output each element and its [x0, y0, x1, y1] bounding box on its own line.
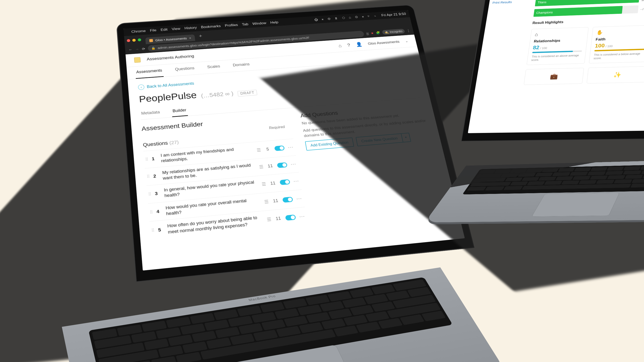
nav-reload-icon[interactable]: ⟳: [142, 47, 145, 51]
tile-title: Faith: [596, 36, 644, 42]
minimize-icon[interactable]: [132, 39, 136, 42]
more-icon[interactable]: ⋯: [293, 178, 300, 185]
question-choice-count: 11: [269, 181, 277, 186]
menu-bookmarks[interactable]: Bookmarks: [201, 24, 221, 29]
questions-heading: Questions: [143, 140, 168, 148]
lock-icon: 🔒: [151, 46, 156, 50]
drag-handle-icon[interactable]: ⠿: [148, 192, 152, 197]
menu-view[interactable]: View: [172, 27, 180, 31]
tab-close-icon[interactable]: ×: [189, 36, 191, 40]
domain-bar: Champions - / 85%: [534, 5, 644, 17]
question-choice-count: 5: [264, 147, 271, 152]
menu-edit[interactable]: Edit: [160, 28, 168, 32]
tab-assessments[interactable]: Assessments: [135, 64, 164, 79]
maximize-icon[interactable]: [138, 38, 141, 41]
tile-title: Relationships: [534, 38, 584, 43]
tab-title: Gloo • Assessments: [155, 36, 187, 42]
menu-profiles[interactable]: Profiles: [224, 23, 238, 28]
list-icon[interactable]: ☰: [266, 217, 272, 223]
questions-count: (27): [169, 139, 179, 145]
sparkle-icon: ✨: [613, 71, 622, 78]
highlight-tile-placeholder[interactable]: 💼: [524, 68, 584, 85]
list-icon[interactable]: ☰: [261, 181, 266, 187]
user-icon[interactable]: 👤: [356, 42, 363, 47]
drag-handle-icon[interactable]: ⠿: [150, 210, 153, 215]
nav-back-icon[interactable]: ←: [128, 48, 132, 51]
highlight-tile-placeholder[interactable]: ✨: [587, 66, 644, 84]
app-title: Assessments Authoring: [146, 54, 194, 61]
app-logo-icon: [134, 57, 141, 63]
print-results-link[interactable]: Print Results: [492, 0, 532, 5]
share-icon[interactable]: ⍐: [366, 32, 369, 35]
favicon-icon: [149, 39, 153, 42]
tile-note: This is considered an above-average scor…: [531, 54, 582, 62]
incognito-badge: 🕵 Incognito: [382, 28, 405, 35]
hand-icon: ✋: [596, 28, 644, 35]
drag-handle-icon[interactable]: ⠿: [145, 157, 148, 162]
tile-note: This is considered a below-average score…: [593, 52, 644, 60]
home-icon[interactable]: ⌂: [338, 43, 342, 48]
drag-handle-icon[interactable]: ⠿: [146, 174, 150, 179]
menu-history[interactable]: History: [184, 25, 197, 30]
tab-questions[interactable]: Questions: [174, 62, 196, 76]
question-choice-count: 11: [266, 163, 274, 169]
required-toggle[interactable]: [277, 162, 287, 168]
close-icon[interactable]: [127, 39, 130, 42]
required-toggle[interactable]: [274, 145, 285, 151]
star-icon[interactable]: ★: [370, 31, 374, 35]
window-controls[interactable]: [127, 38, 141, 42]
required-toggle[interactable]: [280, 179, 290, 185]
incognito-icon: 🕵: [384, 30, 389, 34]
briefcase-icon: 💼: [550, 73, 558, 80]
domain-bar: Titans 7 / 100%: [535, 0, 644, 6]
bar-pct: 7 / 100%: [641, 0, 644, 2]
list-icon[interactable]: ☰: [256, 147, 261, 153]
bar-pct: - / 85%: [640, 7, 644, 11]
list-icon[interactable]: ☰: [259, 164, 264, 170]
keyboard: [88, 277, 453, 362]
question-number: 2: [153, 173, 159, 179]
kebab-icon[interactable]: ⋮: [406, 29, 410, 32]
menu-tab[interactable]: Tab: [242, 22, 248, 26]
tab-domains[interactable]: Domains: [231, 58, 252, 72]
list-icon[interactable]: ☰: [264, 199, 269, 205]
assessment-id: (…5482 ∞ ): [201, 90, 234, 99]
more-icon[interactable]: ⋯: [290, 161, 297, 167]
nav-fwd-icon[interactable]: →: [135, 47, 140, 51]
tile-score: 82: [532, 44, 540, 50]
menu-chrome[interactable]: Chrome: [131, 29, 146, 34]
menu-help[interactable]: Help: [270, 20, 279, 25]
header-username: Gloo Assessments: [368, 40, 400, 46]
required-toggle[interactable]: [282, 197, 293, 203]
help-icon[interactable]: ?: [347, 43, 351, 48]
highlights-heading: Result Highlights: [532, 17, 644, 25]
question-number: 3: [155, 191, 161, 196]
tile-score: 100: [595, 43, 605, 49]
more-icon[interactable]: ⋯: [296, 195, 303, 202]
more-icon[interactable]: ⋯: [287, 144, 294, 150]
extensions-icon[interactable]: 🧩: [376, 31, 380, 35]
question-number: 1: [152, 156, 158, 162]
status-badge: DRAFT: [238, 90, 258, 97]
required-toggle[interactable]: [285, 215, 296, 221]
trackpad: [532, 192, 620, 217]
more-icon[interactable]: ⋯: [298, 213, 306, 220]
question-number: 5: [158, 227, 164, 233]
question-number: 4: [156, 209, 162, 215]
mac-clock: Fri Apr 21 9:50: [381, 12, 406, 17]
question-choice-count: 11: [272, 198, 280, 204]
home-icon: ⌂: [534, 30, 584, 37]
menu-file[interactable]: File: [150, 28, 156, 32]
tab-scales[interactable]: Scales: [206, 60, 222, 74]
highlight-tile[interactable]: ⌂ Relationships 82/ 100 This is consider…: [526, 27, 588, 65]
subtab-metadata[interactable]: Metadata: [140, 107, 162, 119]
chevron-down-icon[interactable]: ⌄: [405, 39, 408, 43]
subtab-builder[interactable]: Builder: [171, 105, 188, 117]
laptop-brand: MacBook Pro: [248, 295, 276, 302]
question-choice-count: 11: [274, 216, 282, 222]
menu-window[interactable]: Window: [252, 21, 266, 26]
highlight-tile[interactable]: ✋ Faith 100/ 100 This is considered a be…: [589, 25, 644, 63]
new-tab-button[interactable]: ＋: [195, 32, 206, 39]
assessment-name: PeoplePulse: [139, 90, 198, 105]
drag-handle-icon[interactable]: ⠿: [151, 228, 155, 233]
